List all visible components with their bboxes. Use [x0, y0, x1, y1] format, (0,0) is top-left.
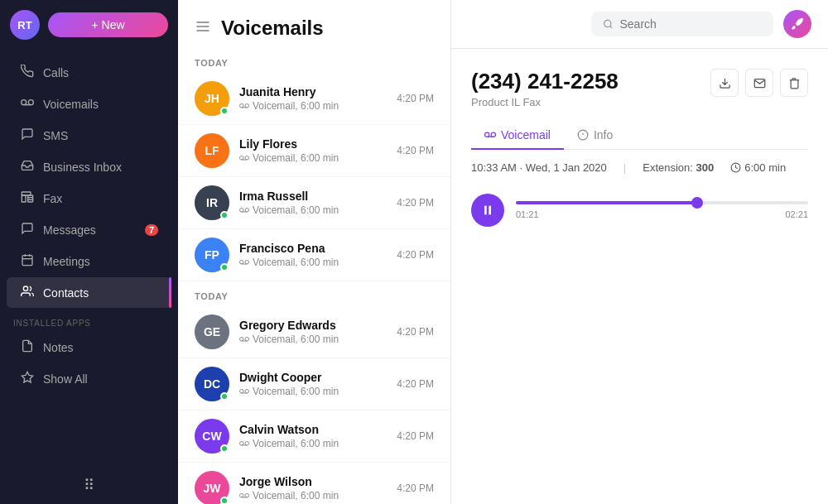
- search-box[interactable]: [591, 12, 773, 36]
- online-indicator: [220, 211, 229, 219]
- list-panel: Voicemails TODAY JH Juanita Henry Voicem…: [178, 0, 451, 504]
- vm-extension-label: Extension: 300: [643, 161, 714, 174]
- search-icon: [603, 18, 614, 30]
- svg-line-39: [610, 26, 612, 27]
- contact-time: 4:20 PM: [397, 378, 434, 390]
- notes-icon: [20, 339, 35, 355]
- vm-duration: 6:00 min: [730, 161, 786, 174]
- topbar: [451, 0, 828, 49]
- progress-fill: [516, 201, 697, 204]
- contact-time: 4:20 PM: [397, 145, 434, 156]
- sidebar-item-fax[interactable]: Fax: [7, 183, 171, 214]
- notes-label: Notes: [43, 341, 74, 354]
- section-label-0: TODAY: [178, 48, 450, 73]
- list-item[interactable]: FP Francisco Pena Voicemail, 6:00 min 4:…: [178, 229, 450, 281]
- contact-sub: Voicemail, 6:00 min: [239, 152, 387, 164]
- page-title: Voicemails: [221, 17, 324, 40]
- grid-icon[interactable]: ⠿: [84, 476, 94, 494]
- svg-rect-3: [28, 195, 33, 202]
- vm-subtitle: Product IL Fax: [471, 96, 619, 108]
- contact-name: Gregory Edwards: [239, 319, 387, 332]
- sidebar-item-meetings[interactable]: Meetings: [7, 246, 171, 276]
- list-item[interactable]: DC Dwight Cooper Voicemail, 6:00 min 4:2…: [178, 358, 450, 410]
- contact-list: TODAY JH Juanita Henry Voicemail, 6:00 m…: [178, 48, 450, 504]
- contact-time: 4:20 PM: [397, 482, 434, 494]
- download-button[interactable]: [710, 69, 739, 97]
- list-item[interactable]: CW Calvin Watson Voicemail, 6:00 min 4:2…: [178, 410, 450, 463]
- contact-info: Calvin Watson Voicemail, 6:00 min: [239, 423, 387, 449]
- installed-apps-label: INSTALLED APPS: [0, 309, 178, 331]
- business-inbox-label: Business Inbox: [43, 161, 122, 174]
- svg-point-15: [245, 104, 249, 108]
- contact-info: Lily Flores Voicemail, 6:00 min: [239, 137, 387, 164]
- svg-point-27: [245, 338, 249, 342]
- contact-sub: Voicemail, 6:00 min: [239, 334, 387, 345]
- vm-datetime: 10:33 AM · Wed, 1 Jan 2020: [471, 161, 607, 174]
- list-item[interactable]: GE Gregory Edwards Voicemail, 6:00 min 4…: [178, 306, 450, 358]
- svg-point-38: [604, 20, 611, 26]
- messages-label: Messages: [43, 223, 96, 237]
- sidebar-item-calls[interactable]: Calls: [7, 57, 171, 88]
- sidebar-item-notes[interactable]: Notes: [7, 332, 171, 362]
- time-labels: 01:21 02:21: [516, 209, 808, 219]
- list-item[interactable]: JW Jorge Wilson Voicemail, 6:00 min 4:20…: [178, 463, 450, 504]
- contact-name: Francisco Pena: [239, 242, 387, 255]
- sidebar-item-business-inbox[interactable]: Business Inbox: [7, 151, 171, 182]
- messages-badge: 7: [145, 224, 158, 236]
- progress-thumb[interactable]: [691, 197, 703, 209]
- vm-phone: (234) 241-2258: [471, 69, 619, 94]
- rocket-button[interactable]: [783, 10, 811, 38]
- sidebar-header: RT + New: [0, 0, 178, 50]
- new-button[interactable]: + New: [48, 12, 168, 37]
- svg-point-20: [240, 209, 244, 213]
- contact-name: Jorge Wilson: [239, 475, 387, 488]
- search-input[interactable]: [620, 17, 763, 31]
- sidebar-item-sms[interactable]: SMS: [7, 120, 171, 151]
- avatar: FP: [195, 238, 229, 272]
- progress-container[interactable]: 01:21 02:21: [516, 201, 808, 219]
- sms-icon: [20, 127, 35, 143]
- contact-time: 4:20 PM: [397, 249, 434, 261]
- pause-button[interactable]: [471, 194, 504, 227]
- svg-point-0: [22, 100, 26, 105]
- messages-icon: [20, 222, 35, 238]
- meetings-label: Meetings: [43, 255, 90, 268]
- sidebar-item-voicemails[interactable]: Voicemails: [7, 89, 171, 119]
- vm-tabs: Voicemail Info: [471, 122, 808, 150]
- svg-point-30: [245, 390, 249, 394]
- delete-button[interactable]: [780, 69, 808, 97]
- sms-label: SMS: [43, 129, 68, 142]
- svg-marker-10: [22, 372, 32, 382]
- contact-sub: Voicemail, 6:00 min: [239, 490, 387, 502]
- list-item[interactable]: JH Juanita Henry Voicemail, 6:00 min 4:2…: [178, 73, 450, 125]
- svg-point-32: [240, 442, 244, 446]
- sidebar-item-messages[interactable]: Messages 7: [7, 214, 171, 245]
- svg-point-18: [245, 156, 249, 161]
- svg-point-26: [240, 338, 244, 342]
- tab-voicemail[interactable]: Voicemail: [471, 122, 564, 150]
- svg-rect-48: [484, 206, 487, 215]
- svg-point-14: [240, 104, 244, 108]
- contact-name: Lily Flores: [239, 137, 387, 151]
- hamburger-icon[interactable]: [195, 18, 211, 39]
- detail-panel: (234) 241-2258 Product IL Fax: [451, 0, 828, 504]
- avatar: RT: [10, 10, 40, 40]
- svg-point-21: [245, 209, 249, 213]
- list-item[interactable]: IR Irma Russell Voicemail, 6:00 min 4:20…: [178, 177, 450, 229]
- sidebar-nav: Calls Voicemails SMS Business Inbox Fax: [0, 50, 178, 466]
- contact-info: Francisco Pena Voicemail, 6:00 min: [239, 242, 387, 268]
- fax-label: Fax: [43, 192, 62, 205]
- tab-info[interactable]: Info: [564, 122, 626, 150]
- svg-point-1: [28, 100, 33, 105]
- email-button[interactable]: [745, 69, 773, 97]
- sidebar-item-show-all[interactable]: Show All: [7, 363, 171, 394]
- list-item[interactable]: LF Lily Flores Voicemail, 6:00 min 4:20 …: [178, 125, 450, 177]
- contact-info: Dwight Cooper Voicemail, 6:00 min: [239, 371, 387, 397]
- sidebar-item-contacts[interactable]: Contacts: [7, 277, 171, 308]
- contact-sub: Voicemail, 6:00 min: [239, 100, 387, 112]
- avatar: DC: [195, 367, 229, 401]
- contact-info: Juanita Henry Voicemail, 6:00 min: [239, 85, 387, 112]
- progress-bar: [516, 201, 808, 204]
- svg-point-42: [491, 132, 495, 137]
- sidebar: RT + New Calls Voicemails SMS Business: [0, 0, 178, 504]
